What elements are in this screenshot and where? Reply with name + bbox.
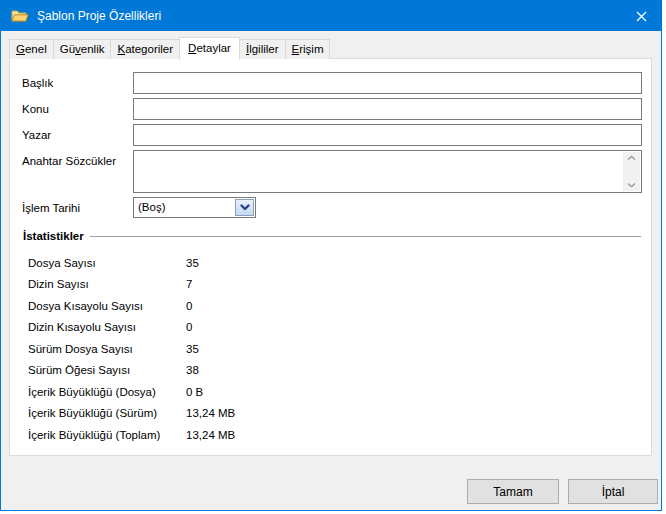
stat-row-icerik-buyuklugu-toplam: İçerik Büyüklüğü (Toplam)13,24 MB: [23, 424, 641, 446]
stat-value: 0 B: [186, 386, 641, 398]
tab-label-part: enel: [25, 43, 47, 55]
dialog-window: Şablon Proje Özellikleri Genel Güvenlik …: [0, 0, 662, 511]
stat-row-surum-ogesi-sayisi: Sürüm Öğesi Sayısı38: [23, 360, 641, 382]
tab-label-part: Gü: [60, 43, 75, 55]
stat-label: Dosya Kısayolu Sayısı: [23, 300, 186, 312]
tab-ilgililer[interactable]: İlgililer: [239, 39, 286, 59]
tab-guvenlik[interactable]: Güvenlik: [53, 39, 112, 59]
tab-page-detaylar: Başlık Konu Yazar Anahtar Sözcükler: [9, 58, 652, 456]
tab-erisim[interactable]: Erişim: [285, 39, 331, 59]
stat-label: İçerik Büyüklüğü (Toplam): [23, 429, 186, 441]
statistics-heading: İstatistikler: [23, 229, 84, 244]
stat-row-icerik-buyuklugu-dosya: İçerik Büyüklüğü (Dosya)0 B: [23, 381, 641, 403]
textarea-scrollbar[interactable]: [623, 152, 640, 191]
form-row-islem-tarihi: İşlem Tarihi (Boş): [10, 197, 642, 219]
stat-value: 0: [186, 321, 641, 333]
tab-kategoriler[interactable]: Kategoriler: [110, 39, 180, 59]
stat-row-dosya-sayisi: Dosya Sayısı35: [23, 252, 641, 274]
stat-label: Dizin Sayısı: [23, 278, 186, 290]
stat-label: İçerik Büyüklüğü (Dosya): [23, 386, 186, 398]
tab-label-part: etaylar: [196, 42, 231, 54]
stat-value: 38: [186, 364, 641, 376]
baslik-label: Başlık: [10, 72, 133, 94]
tab-genel[interactable]: Genel: [9, 39, 54, 59]
stat-row-surum-dosya-sayisi: Sürüm Dosya Sayısı35: [23, 338, 641, 360]
statistics-header: İstatistikler: [23, 229, 641, 244]
tab-label-part: rişim: [299, 43, 323, 55]
stat-label: Dizin Kısayolu Sayısı: [23, 321, 186, 333]
window-title: Şablon Proje Özellikleri: [37, 9, 161, 23]
baslik-input[interactable]: [133, 72, 642, 94]
stat-label: Sürüm Öğesi Sayısı: [23, 364, 186, 376]
form-row-anahtar-sozcukler: Anahtar Sözcükler: [10, 150, 642, 193]
anahtar-sozcukler-label: Anahtar Sözcükler: [10, 150, 133, 193]
divider-line: [90, 236, 641, 237]
stat-value: 13,24 MB: [186, 429, 641, 441]
stat-value: 7: [186, 278, 641, 290]
tab-label-part: lgililer: [249, 43, 278, 55]
stat-value: 13,24 MB: [186, 407, 641, 419]
combo-dropdown-button[interactable]: [235, 199, 254, 216]
stat-label: İçerik Büyüklüğü (Sürüm): [23, 407, 186, 419]
chevron-down-icon[interactable]: [627, 182, 636, 188]
combo-selected-value: (Boş): [134, 198, 165, 217]
stat-row-dosya-kisayolu-sayisi: Dosya Kısayolu Sayısı0: [23, 295, 641, 317]
konu-input[interactable]: [133, 98, 642, 120]
form-row-baslik: Başlık: [10, 72, 642, 94]
stat-row-dizin-kisayolu-sayisi: Dizin Kısayolu Sayısı0: [23, 317, 641, 339]
cancel-button[interactable]: İptal: [568, 479, 658, 504]
stat-label: Sürüm Dosya Sayısı: [23, 343, 186, 355]
close-button[interactable]: [621, 1, 661, 31]
properties-form: Başlık Konu Yazar Anahtar Sözcükler: [10, 72, 651, 223]
stat-row-icerik-buyuklugu-surum: İçerik Büyüklüğü (Sürüm)13,24 MB: [23, 403, 641, 425]
close-icon: [636, 11, 647, 22]
stat-value: 0: [186, 300, 641, 312]
chevron-down-icon: [239, 203, 251, 212]
titlebar: Şablon Proje Özellikleri: [1, 1, 661, 31]
form-row-konu: Konu: [10, 98, 642, 120]
islem-tarihi-select[interactable]: (Boş): [133, 197, 256, 218]
stat-label: Dosya Sayısı: [23, 257, 186, 269]
stat-value: 35: [186, 257, 641, 269]
statistics-rows: Dosya Sayısı35 Dizin Sayısı7 Dosya Kısay…: [23, 252, 641, 446]
form-row-yazar: Yazar: [10, 124, 642, 146]
konu-label: Konu: [10, 98, 133, 120]
tab-label-accel: K: [117, 43, 125, 55]
tab-label-accel: G: [16, 43, 25, 55]
chevron-up-icon[interactable]: [627, 155, 636, 161]
stat-row-dizin-sayisi: Dizin Sayısı7: [23, 274, 641, 296]
ok-button[interactable]: Tamam: [467, 479, 559, 504]
stat-value: 35: [186, 343, 641, 355]
tab-label-part: enlik: [81, 43, 105, 55]
tab-bar: Genel Güvenlik Kategoriler Detaylar İlgi…: [9, 36, 330, 59]
yazar-input[interactable]: [133, 124, 642, 146]
islem-tarihi-label: İşlem Tarihi: [10, 197, 133, 219]
statistics-section: İstatistikler Dosya Sayısı35 Dizin Sayıs…: [23, 229, 641, 446]
folder-open-icon: [11, 9, 29, 23]
yazar-label: Yazar: [10, 124, 133, 146]
tab-detaylar[interactable]: Detaylar: [179, 37, 240, 60]
anahtar-sozcukler-textarea[interactable]: [133, 150, 642, 193]
tab-label-part: ategoriler: [125, 43, 173, 55]
